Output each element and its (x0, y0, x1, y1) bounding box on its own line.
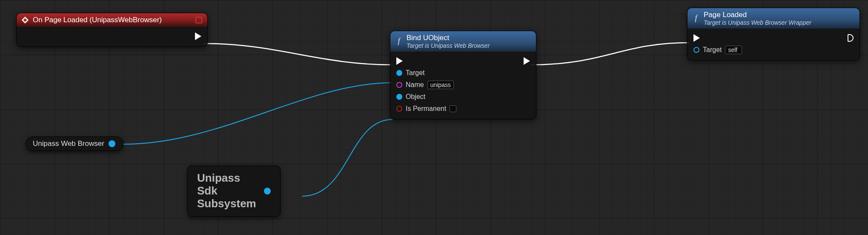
node-variable-unipass-web-browser[interactable]: Unipass Web Browser (26, 136, 123, 151)
pin-target[interactable]: Target (396, 69, 424, 77)
pin-label: Target (406, 69, 424, 77)
pin-is-permanent[interactable]: Is Permanent (396, 105, 456, 113)
node-header[interactable]: f Bind UObject Target is Unipass Web Bro… (390, 31, 536, 52)
object-pin-icon (693, 47, 699, 53)
exec-output-pin[interactable] (524, 57, 530, 65)
name-pin-icon (396, 82, 402, 88)
subsystem-label-line: Subsystem (197, 197, 256, 210)
function-icon: f (692, 14, 700, 23)
exec-input-pin[interactable] (693, 34, 700, 42)
variable-label: Unipass Web Browser (33, 139, 104, 148)
pin-label: Is Permanent (406, 105, 446, 113)
node-title: On Page Loaded (UnipassWebBrowser) (33, 16, 162, 24)
node-header[interactable]: On Page Loaded (UnipassWebBrowser) (17, 13, 207, 27)
node-subtitle: Target is Unipass Web Browser (407, 42, 490, 49)
variable-output-pin[interactable] (109, 140, 115, 147)
node-bind-uobject[interactable]: f Bind UObject Target is Unipass Web Bro… (390, 31, 536, 119)
object-pin-icon (396, 70, 402, 76)
exec-output-pin[interactable] (195, 32, 201, 40)
event-icon (21, 16, 29, 24)
subsystem-label-line: Unipass (197, 172, 256, 185)
subsystem-label-line: Sdk (197, 185, 256, 197)
function-icon: f (395, 37, 403, 46)
node-unipass-sdk-subsystem[interactable]: Unipass Sdk Subsystem (187, 165, 281, 217)
pin-label: Target (703, 46, 722, 54)
pin-target[interactable]: Target self (693, 46, 742, 54)
node-page-loaded[interactable]: f Page Loaded Target is Unipass Web Brow… (687, 8, 860, 61)
node-title: Bind UObject (407, 34, 490, 42)
node-header[interactable]: f Page Loaded Target is Unipass Web Brow… (688, 8, 859, 29)
node-on-page-loaded[interactable]: On Page Loaded (UnipassWebBrowser) (16, 13, 208, 47)
subsystem-label: Unipass Sdk Subsystem (197, 172, 256, 210)
delegate-pin-icon[interactable] (195, 17, 202, 23)
node-subtitle: Target is Unipass Web Browser Wrapper (704, 19, 811, 26)
bool-pin-icon (396, 106, 402, 112)
pin-object[interactable]: Object (396, 93, 425, 101)
pin-name-value[interactable]: unipass (427, 81, 454, 89)
pin-target-value[interactable]: self (725, 46, 742, 54)
exec-input-pin[interactable] (396, 57, 403, 65)
pin-label: Object (406, 93, 425, 101)
subsystem-output-pin[interactable] (264, 188, 271, 194)
pin-name[interactable]: Name unipass (396, 81, 454, 89)
exec-output-pin[interactable] (848, 34, 854, 42)
node-title: Page Loaded (704, 11, 811, 19)
pin-label: Name (406, 81, 424, 89)
pin-is-permanent-checkbox[interactable] (450, 105, 456, 112)
object-pin-icon (396, 94, 402, 100)
